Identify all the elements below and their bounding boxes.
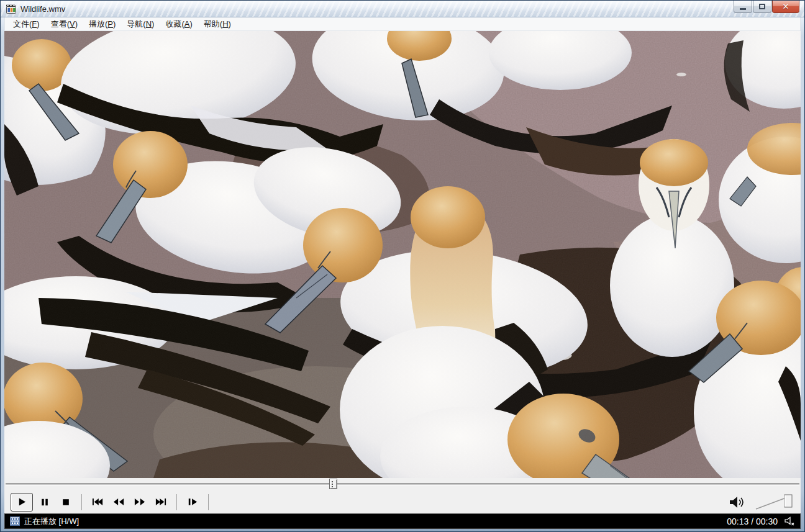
skip-back-icon — [92, 498, 103, 506]
volume-slider[interactable] — [753, 493, 794, 512]
caption-buttons: ✕ — [733, 1, 799, 13]
pause-button[interactable] — [35, 493, 54, 512]
playback-state-text: 正在播放 [H/W] — [24, 516, 79, 527]
video-display — [4, 31, 801, 478]
skip-forward-icon — [155, 498, 166, 506]
rewind-button[interactable] — [109, 493, 128, 512]
window-frame: 文件(F) 查看(V) 播放(P) 导航(N) 收藏(A) 帮助(H) — [1, 17, 804, 532]
toolbar-separator — [208, 494, 209, 510]
play-button[interactable] — [11, 493, 33, 512]
skip-forward-button[interactable] — [152, 493, 170, 512]
seek-track[interactable] — [6, 483, 799, 485]
skip-back-button[interactable] — [88, 493, 107, 512]
mute-toggle-button[interactable] — [725, 493, 748, 512]
maximize-button[interactable] — [753, 1, 771, 13]
stop-icon — [61, 498, 70, 507]
maximize-icon — [759, 4, 765, 9]
menu-play[interactable]: 播放(P) — [83, 17, 121, 31]
close-button[interactable]: ✕ — [772, 1, 799, 13]
frame-step-button[interactable] — [183, 493, 202, 512]
toolbar-separator — [176, 494, 177, 510]
rewind-icon — [113, 498, 124, 506]
pause-icon — [40, 498, 49, 507]
menu-view[interactable]: 查看(V) — [45, 17, 83, 31]
play-icon — [17, 497, 27, 507]
status-right: 00:13 / 00:30 — [727, 516, 795, 526]
menu-bar: 文件(F) 查看(V) 播放(P) 导航(N) 收藏(A) 帮助(H) — [4, 17, 801, 31]
title-bar[interactable]: Wildlife.wmv ✕ — [1, 1, 804, 17]
frame-step-icon — [188, 498, 198, 506]
close-icon: ✕ — [783, 2, 789, 11]
speaker-icon — [727, 495, 746, 510]
toolbar-separator — [81, 494, 82, 510]
volume-mute-icon — [784, 516, 795, 526]
status-media-icon — [10, 516, 20, 526]
stop-button[interactable] — [57, 493, 75, 512]
seek-bar[interactable] — [4, 478, 801, 490]
mpc-window: Wildlife.wmv ✕ 文件(F) 查看(V) 播放(P) 导航(N) 收… — [0, 0, 805, 532]
fast-forward-icon — [134, 498, 145, 506]
time-display: 00:13 / 00:30 — [727, 516, 778, 526]
window-title: Wildlife.wmv — [20, 4, 65, 14]
status-bar: 正在播放 [H/W] 00:13 / 00:30 — [4, 513, 801, 529]
volume-controls — [724, 493, 794, 512]
menu-favorites[interactable]: 收藏(A) — [160, 17, 198, 31]
status-left: 正在播放 [H/W] — [10, 516, 79, 527]
app-icon — [6, 4, 17, 14]
menu-navigate[interactable]: 导航(N) — [121, 17, 160, 31]
seek-thumb[interactable] — [329, 479, 337, 489]
minimize-icon — [740, 8, 746, 10]
video-frame-gannet-colony — [4, 31, 801, 478]
volume-thumb[interactable] — [785, 495, 792, 507]
menu-file[interactable]: 文件(F) — [7, 17, 45, 31]
minimize-button[interactable] — [734, 1, 752, 13]
menu-help[interactable]: 帮助(H) — [198, 17, 237, 31]
fast-forward-button[interactable] — [130, 493, 149, 512]
transport-toolbar — [4, 490, 801, 513]
